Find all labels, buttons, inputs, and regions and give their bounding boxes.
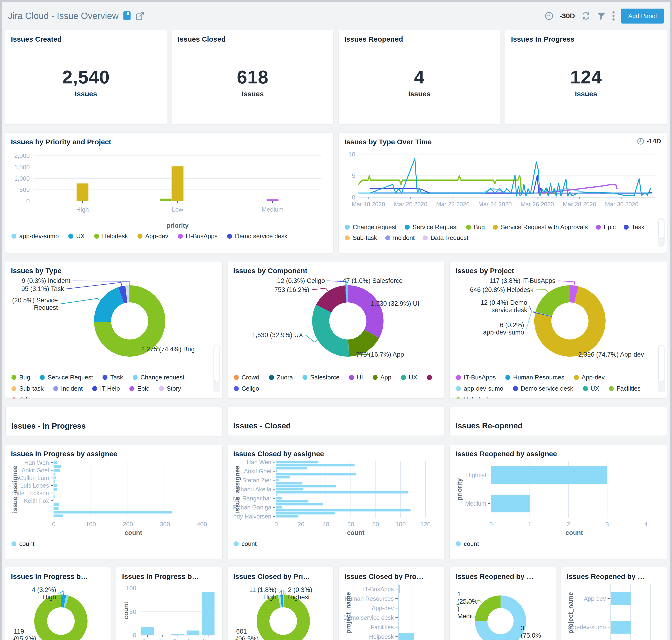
add-panel-button[interactable]: Add Panel [621,9,664,24]
legend-item[interactable]: Sub-task [345,234,377,242]
legend-item[interactable]: App-dev [138,233,168,240]
legend-item[interactable]: Task [102,374,123,381]
legend-item[interactable]: Demo service desk [513,385,573,392]
svg-text:119(95.2%)Medium: 119(95.2%)Medium [14,628,37,640]
section-header-issues-in-progress[interactable]: Issues - In Progress [5,407,222,436]
section-header-issues-closed[interactable]: Issues - Closed [228,407,445,436]
svg-text:App-dev: App-dev [584,595,606,602]
legend-item[interactable]: Demo service desk [227,233,287,240]
legend-item[interactable]: App-dev [574,374,605,381]
filter-icon[interactable] [597,12,606,20]
reopened-project-bar-chart: 024App-devapp-dev-sumocountproject_name [567,582,661,640]
legend-item[interactable]: Data Request [423,234,469,242]
save-icon[interactable] [124,11,131,21]
svg-text:Ankit Goel: Ankit Goel [244,468,271,475]
legend-item[interactable]: Incident [385,234,415,242]
legend-item[interactable]: Others [11,396,38,398]
legend-item[interactable]: Incident [53,385,83,392]
legend-item[interactable]: Service Request [40,374,93,381]
stat-card-issues-in-progress[interactable]: Issues In Progress 124 Issues [505,30,667,124]
legend-item[interactable]: count [11,540,34,548]
legend-item[interactable]: Change request [133,374,185,381]
panel-time-range[interactable]: -14D [637,137,661,145]
time-range-value[interactable]: -30D [559,12,575,20]
svg-text:Low: Low [172,206,183,213]
legend-item[interactable]: UX [401,374,417,381]
legend-item[interactable]: Change request [345,223,397,231]
legend-item[interactable]: Epic [129,385,149,392]
svg-text:project_name: project_name [345,592,352,634]
stat-card-issues-reopened[interactable]: Issues Reopened 4 Issues [339,30,500,124]
legend-item[interactable]: IT Help [92,385,120,392]
svg-text:count: count [347,529,364,536]
legend-item[interactable]: app-dev-sumo [456,385,503,392]
panel-title: Issues In Progress by assignee [11,450,217,458]
legend-item[interactable]: app-dev-sumo [11,233,59,240]
legend-item[interactable] [427,374,435,381]
legend-item[interactable]: count [234,540,257,548]
svg-text:11 (1.8%)High: 11 (1.8%)High [249,586,276,601]
legend-item[interactable]: count [456,540,479,548]
share-icon[interactable] [136,11,145,20]
legend-item[interactable]: Service Request with Approvals [493,223,588,231]
refresh-icon[interactable] [581,11,591,21]
legend-item[interactable]: IT-BusApps [178,233,218,240]
svg-text:count: count [125,529,142,536]
svg-text:100: 100 [395,521,405,528]
svg-text:47 (1.0%) Salesforce: 47 (1.0%) Salesforce [343,277,403,284]
stat-unit: Issues [575,90,597,98]
legend-item[interactable]: UX [68,233,85,240]
legend-item[interactable]: Zuora [269,374,293,381]
issues-by-component-donut: 12 (0.3%) Celigo753 (16.2%)47 (1.0%) Sal… [233,276,439,372]
legend-item[interactable]: Helpdesk [456,396,489,398]
panel-issues-reopened-by-project: Issues Reopened by … 024App-devapp-dev-s… [561,567,667,640]
legend-item[interactable]: Helpdesk [94,233,128,240]
legend-scrollbar[interactable] [658,345,665,392]
reopened-assignee-bar-chart: 01234HighestMediumcountpriority [455,459,661,538]
legend-item[interactable]: Bug [466,223,485,231]
legend-item[interactable]: Human Resources [505,374,564,381]
svg-text:1,000: 1,000 [14,175,30,182]
panel-title: Issues Closed by assignee [233,450,439,458]
section-header-issues-reopened[interactable]: Issues Re-opened [450,407,667,436]
svg-text:12 (0.4%) Demoservice desk: 12 (0.4%) Demoservice desk [481,299,527,314]
legend-item[interactable]: Facilities [609,385,641,392]
legend-item[interactable]: Service Request [405,223,458,231]
issues-by-type-donut: 9 (0.3%) Incident95 (3.1%) Task628 (20.5… [11,276,217,372]
legend-item[interactable]: UI [349,374,363,381]
stat-card-issues-created[interactable]: Issues Created 2,540 Issues [5,30,167,124]
kebab-menu-icon[interactable] [612,11,615,21]
stat-card-issues-closed[interactable]: Issues Closed 618 Issues [172,30,333,124]
stat-value: 4 [414,66,425,88]
dashboard-header: Jira Cloud - Issue Overview -30D Add Pan… [2,2,670,30]
legend-item[interactable]: Crowd [234,374,259,381]
type-over-time-line-chart: 0510Mar 18 2020Mar 20 2020Mar 22 2020Mar… [344,147,661,221]
stat-unit: Issues [408,90,430,98]
chart-legend: count [455,538,661,548]
chart-legend: IT-BusAppsHuman ResourcesApp-devapp-dev-… [455,372,661,398]
legend-item[interactable]: IT-BusApps [456,374,496,381]
svg-text:count: count [566,529,583,536]
stat-value: 618 [237,66,269,88]
reopened-priority-donut: 1(25.0%)Mediu3(75.0%)Highes [455,582,550,640]
closed-assignee-bar-chart: 020406080100120Han WenAnkit GoelStefan Z… [233,459,439,538]
legend-scrollbar[interactable] [658,218,665,247]
legend-scrollbar[interactable] [213,345,220,392]
legend-item[interactable]: UX [583,385,599,392]
legend-item[interactable]: Celigo [234,385,259,392]
legend-item[interactable]: App [373,374,391,381]
legend-item[interactable]: Epic [596,223,616,231]
panel-title: Issues by Priority and Project [11,138,328,146]
svg-text:0: 0 [274,521,277,528]
legend-item[interactable]: Bug [11,374,30,381]
legend-item[interactable]: Task [624,223,644,231]
svg-text:High: High [76,206,89,213]
legend-item[interactable]: Story [159,385,181,392]
legend-item[interactable]: Sub-task [11,385,44,392]
svg-text:117 (3.8%) IT-BusApps: 117 (3.8%) IT-BusApps [490,277,556,284]
clock-icon[interactable] [545,12,553,20]
legend-item[interactable]: Salesforce [302,374,340,381]
issues-by-project-donut: 117 (3.8%) IT-BusApps646 (20.8%) Helpdes… [455,276,661,372]
panel-title: Issues by Type Over Time [344,138,432,146]
svg-text:Mar 20 2020: Mar 20 2020 [394,201,427,207]
